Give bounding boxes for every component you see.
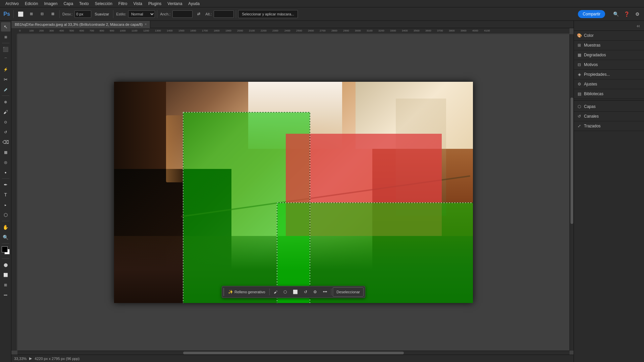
- float-brush-btn[interactable]: 🖌: [271, 287, 280, 297]
- svg-text:3600: 3600: [425, 29, 431, 32]
- tool-more[interactable]: •••: [1, 290, 10, 300]
- panel-item-motivos[interactable]: ⊟ Motivos: [574, 60, 644, 70]
- panel-item-bibliotecas[interactable]: ▤ Bibliotecas: [574, 89, 644, 99]
- panel-item-capas[interactable]: ⬡ Capas: [574, 102, 644, 112]
- tool-dodge[interactable]: ●: [1, 168, 10, 177]
- tool-zoom[interactable]: 🔍: [1, 233, 10, 242]
- deselect-button[interactable]: Deseleccionar: [333, 287, 364, 297]
- panel-item-ajustes[interactable]: ⚙ Ajustes: [574, 79, 644, 89]
- tool-eraser[interactable]: ⌫: [1, 137, 10, 147]
- degradados-icon: ▦: [577, 52, 582, 58]
- float-toolbar: ✨ Relleno generativo 🖌 ⬡ ⬜ ↺: [222, 286, 365, 298]
- tool-type[interactable]: T: [1, 190, 10, 199]
- menu-edicion[interactable]: Edición: [22, 1, 41, 7]
- swap-btn[interactable]: ⇄: [194, 9, 203, 19]
- svg-text:200: 200: [39, 29, 44, 32]
- help-btn[interactable]: ❓: [622, 9, 631, 19]
- menu-ventana[interactable]: Ventana: [165, 1, 185, 7]
- svg-text:1100: 1100: [131, 29, 138, 32]
- svg-text:2900: 2900: [343, 29, 349, 32]
- tool-move[interactable]: ↖: [1, 22, 10, 32]
- tool-hand[interactable]: ✋: [1, 223, 10, 232]
- panel-trazados-label: Trazados: [584, 124, 601, 128]
- float-rect-btn[interactable]: ⬜: [290, 287, 301, 297]
- menu-plugins[interactable]: Plugins: [146, 1, 164, 7]
- add-selection-btn[interactable]: ⊞: [26, 9, 36, 19]
- tool-marquee[interactable]: ⬛: [1, 45, 10, 54]
- tool-separator-6: [2, 258, 9, 259]
- menu-seleccion[interactable]: Selección: [92, 1, 115, 7]
- intersect-selection-btn[interactable]: ⊠: [48, 9, 57, 19]
- tool-gradient[interactable]: ▦: [1, 147, 10, 157]
- float-rotate-btn[interactable]: ↺: [301, 287, 310, 297]
- scrollbar-h-thumb[interactable]: [183, 352, 404, 354]
- svg-text:1200: 1200: [143, 29, 149, 32]
- tool-history[interactable]: ↺: [1, 127, 10, 137]
- desv-input[interactable]: [74, 10, 91, 18]
- menu-texto[interactable]: Texto: [76, 1, 92, 7]
- panel-item-propiedades[interactable]: ◈ Propiedades...: [574, 70, 644, 79]
- svg-text:2300: 2300: [272, 29, 278, 32]
- tool-pen[interactable]: ✒: [1, 180, 10, 189]
- anch-label: Anch.:: [160, 12, 170, 16]
- tool-artboard[interactable]: ⊞: [1, 32, 10, 42]
- photo-canvas[interactable]: ✨ Relleno generativo 🖌 ⬡ ⬜ ↺: [17, 34, 570, 351]
- tool-eyedropper[interactable]: 💉: [1, 85, 10, 94]
- new-selection-btn[interactable]: ⬜: [16, 9, 25, 19]
- menu-filtro[interactable]: Filtro: [116, 1, 130, 7]
- menu-vista[interactable]: Vista: [130, 1, 145, 7]
- panel-degradados-label: Degradados: [584, 53, 606, 57]
- alt-input[interactable]: [214, 10, 234, 18]
- scrollbar-horizontal[interactable]: [17, 351, 570, 355]
- suavizar-btn[interactable]: Suavizar: [93, 9, 111, 19]
- tool-shape[interactable]: ⬡: [1, 210, 10, 220]
- desv-label: Desv.:: [62, 12, 72, 16]
- tool-brush[interactable]: 🖌: [1, 107, 10, 117]
- menu-ayuda[interactable]: Ayuda: [185, 1, 202, 7]
- menu-imagen[interactable]: Imagen: [41, 1, 60, 7]
- search-btn[interactable]: 🔍: [611, 9, 621, 19]
- svg-text:300: 300: [49, 29, 54, 32]
- settings-btn[interactable]: ⚙: [633, 9, 642, 19]
- panel-item-trazados[interactable]: ⤢ Trazados: [574, 121, 644, 131]
- tool-clone[interactable]: ⊙: [1, 117, 10, 127]
- foreground-color[interactable]: [2, 246, 8, 252]
- scrollbar-vertical[interactable]: [570, 34, 574, 351]
- svg-text:500: 500: [69, 29, 74, 32]
- anch-input[interactable]: [172, 10, 193, 18]
- svg-text:100: 100: [29, 29, 34, 32]
- generative-fill-btn[interactable]: ✨ Relleno generativo: [225, 287, 268, 297]
- svg-text:1300: 1300: [155, 29, 161, 32]
- menu-capa[interactable]: Capa: [61, 1, 76, 7]
- svg-text:3500: 3500: [414, 29, 420, 32]
- panel-collapse-icon[interactable]: ‹‹: [635, 22, 642, 29]
- document-tab[interactable]: BB1hqDXw-Recuperado.jpeg al 33,3% (Brill…: [11, 21, 150, 28]
- tool-lasso[interactable]: ⌒: [1, 55, 10, 64]
- tool-blur[interactable]: ◎: [1, 158, 10, 167]
- tool-healing[interactable]: ⊕: [1, 97, 10, 107]
- tool-path-select[interactable]: ▸: [1, 200, 10, 209]
- panel-item-color[interactable]: 🎨 Color: [574, 31, 644, 41]
- share-button[interactable]: Compartir: [578, 10, 605, 18]
- tab-close-btn[interactable]: ×: [145, 22, 147, 26]
- estilo-select[interactable]: Normal: [128, 10, 155, 18]
- tool-crop[interactable]: ✂: [1, 75, 10, 84]
- color-swatches[interactable]: [1, 246, 10, 256]
- subtract-selection-btn[interactable]: ⊟: [37, 9, 47, 19]
- scrollbar-v-thumb[interactable]: [571, 98, 573, 224]
- canvas-image[interactable]: ✨ Relleno generativo 🖌 ⬡ ⬜ ↺: [114, 82, 473, 303]
- tool-quick-select[interactable]: ⚡: [1, 65, 10, 74]
- mask-button[interactable]: Seleccionar y aplicar máscara...: [238, 10, 298, 18]
- menu-archivo[interactable]: Archivo: [3, 1, 21, 7]
- status-arrow[interactable]: ▶: [29, 356, 32, 361]
- panel-item-degradados[interactable]: ▦ Degradados: [574, 50, 644, 60]
- tool-quick-mask[interactable]: ⬤: [1, 260, 10, 269]
- float-transform-btn[interactable]: ⬡: [281, 287, 289, 297]
- tool-screen-mode[interactable]: ⬜: [1, 270, 10, 280]
- svg-text:900: 900: [110, 29, 114, 32]
- tool-extra[interactable]: ⊞: [1, 280, 10, 290]
- float-more-btn[interactable]: •••: [320, 287, 330, 297]
- float-settings2-btn[interactable]: ⚙: [311, 287, 320, 297]
- panel-item-canales[interactable]: ↺ Canales: [574, 112, 644, 121]
- panel-item-muestras[interactable]: ⊞ Muestras: [574, 41, 644, 50]
